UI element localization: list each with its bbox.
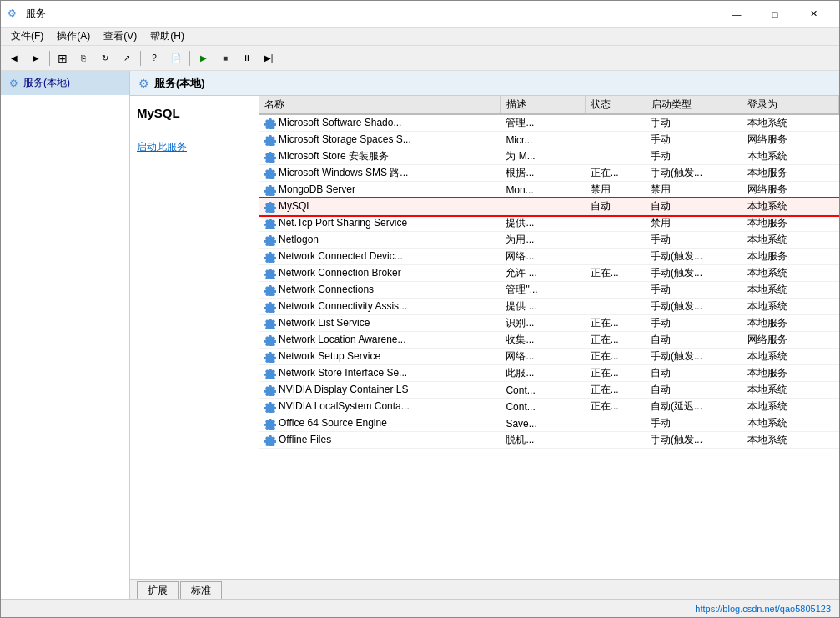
cell-service-name: Microsoft Storage Spaces S... — [259, 132, 500, 148]
gear-icon — [264, 268, 276, 279]
col-header-login[interactable]: 登录为 — [742, 96, 839, 114]
table-row[interactable]: Microsoft Software Shado...管理...手动本地系统 — [259, 114, 839, 132]
table-row[interactable]: MongoDB ServerMon...禁用禁用网络服务 — [259, 182, 839, 198]
cell-service-startup: 禁用 — [646, 182, 742, 198]
menu-action[interactable]: 操作(A) — [50, 28, 97, 45]
cell-service-startup: 手动 — [646, 132, 742, 148]
table-row[interactable]: Microsoft Store 安装服务为 M...手动本地系统 — [259, 148, 839, 165]
table-row[interactable]: Microsoft Windows SMS 路...根据...正在...手动(触… — [259, 165, 839, 182]
cell-service-status — [586, 232, 646, 249]
cell-service-desc: 网络... — [500, 349, 585, 365]
cell-service-name: Microsoft Windows SMS 路... — [259, 165, 500, 182]
main-window: ⚙ 服务 — □ ✕ 文件(F) 操作(A) 查看(V) 帮助(H) ◀ ▶ ⊞… — [0, 0, 840, 618]
cell-service-desc: Micr... — [500, 132, 585, 148]
gear-icon — [264, 435, 276, 446]
cell-service-status — [586, 299, 646, 315]
menu-view[interactable]: 查看(V) — [97, 28, 143, 45]
menu-bar: 文件(F) 操作(A) 查看(V) 帮助(H) — [1, 28, 839, 46]
cell-service-login: 本地系统 — [742, 382, 839, 399]
cell-service-status: 禁用 — [586, 182, 646, 198]
cell-service-name: Network Connectivity Assis... — [259, 299, 500, 315]
table-row[interactable]: Microsoft Storage Spaces S...Micr...手动网络… — [259, 132, 839, 148]
table-row[interactable]: Netlogon为用...手动本地系统 — [259, 232, 839, 249]
gear-icon — [264, 284, 276, 296]
table-row[interactable]: Network List Service识别...正在...手动本地服务 — [259, 315, 839, 332]
cell-service-login: 网络服务 — [742, 182, 839, 198]
cell-service-name: Network Connections — [259, 282, 500, 299]
cell-service-status: 正在... — [586, 349, 646, 365]
cell-service-name: Office 64 Source Engine — [259, 415, 500, 432]
help-button[interactable]: ? — [144, 49, 164, 68]
table-row[interactable]: MySQL自动自动本地系统 — [259, 198, 839, 215]
cell-service-startup: 自动 — [646, 365, 742, 382]
menu-file[interactable]: 文件(F) — [4, 28, 50, 45]
sidebar-gear-icon: ⚙ — [9, 78, 18, 89]
table-row[interactable]: Net.Tcp Port Sharing Service提供...禁用本地服务 — [259, 215, 839, 232]
table-row[interactable]: Network Connectivity Assis...提供 ...手动(触发… — [259, 299, 839, 315]
forward-button[interactable]: ▶ — [26, 49, 46, 68]
cell-service-startup: 手动(触发... — [646, 249, 742, 265]
table-row[interactable]: NVIDIA LocalSystem Conta...Cont...正在...自… — [259, 399, 839, 415]
restart-service-button[interactable]: ▶| — [259, 49, 279, 68]
cell-service-desc: 根据... — [500, 165, 585, 182]
cell-service-status: 正在... — [586, 265, 646, 282]
cell-service-name: Network Connected Devic... — [259, 249, 500, 265]
cell-service-login: 网络服务 — [742, 132, 839, 148]
table-row[interactable]: Network Setup Service网络...正在...手动(触发...本… — [259, 349, 839, 365]
gear-icon — [264, 351, 276, 363]
cell-service-startup: 手动 — [646, 415, 742, 432]
pause-service-button[interactable]: ⏸ — [237, 49, 257, 68]
col-header-startup[interactable]: 启动类型 — [646, 96, 742, 114]
content-area: ⚙ 服务(本地) MySQL 启动此服务 名称 — [130, 71, 839, 599]
refresh-button[interactable]: ↻ — [95, 49, 115, 68]
col-header-desc[interactable]: 描述 — [500, 96, 585, 114]
copy-button[interactable]: ⎘ — [73, 49, 93, 68]
table-row[interactable]: NVIDIA Display Container LSCont...正在...自… — [259, 382, 839, 399]
stop-service-button[interactable]: ■ — [215, 49, 235, 68]
maximize-button[interactable]: □ — [756, 1, 794, 28]
properties-button[interactable]: 📄 — [166, 49, 186, 68]
table-row[interactable]: Network Connected Devic...网络...手动(触发...本… — [259, 249, 839, 265]
table-row[interactable]: Network Store Interface Se...此服...正在...自… — [259, 365, 839, 382]
table-row[interactable]: Network Location Awarene...收集...正在...自动网… — [259, 332, 839, 349]
cell-service-startup: 手动 — [646, 114, 742, 132]
close-button[interactable]: ✕ — [794, 1, 832, 28]
col-header-name[interactable]: 名称 — [259, 96, 500, 114]
content-header-title: 服务(本地) — [154, 76, 205, 91]
export-button[interactable]: ↗ — [117, 49, 137, 68]
sidebar-item-local[interactable]: ⚙ 服务(本地) — [1, 71, 129, 95]
tab-standard[interactable]: 标准 — [180, 581, 222, 599]
table-row[interactable]: Office 64 Source EngineSave...手动本地系统 — [259, 415, 839, 432]
cell-service-name: Offline Files — [259, 432, 500, 449]
gear-icon — [264, 168, 276, 179]
services-table: 名称 描述 状态 启动类型 登录为 Microsoft Software Sha… — [259, 96, 839, 449]
start-service-link[interactable]: 启动此服务 — [137, 141, 187, 153]
menu-help[interactable]: 帮助(H) — [143, 28, 191, 45]
minimize-button[interactable]: — — [717, 1, 756, 28]
start-service-button[interactable]: ▶ — [194, 49, 214, 68]
table-row[interactable]: Offline Files脱机...手动(触发...本地系统 — [259, 432, 839, 449]
tab-expand[interactable]: 扩展 — [137, 581, 179, 599]
sidebar: ⚙ 服务(本地) — [1, 71, 130, 599]
table-header-row: 名称 描述 状态 启动类型 登录为 — [259, 96, 839, 114]
cell-service-desc — [500, 198, 585, 215]
cell-service-status — [586, 249, 646, 265]
col-header-status[interactable]: 状态 — [586, 96, 646, 114]
cell-service-desc: 提供... — [500, 215, 585, 232]
gear-icon — [264, 418, 276, 430]
cell-service-startup: 自动 — [646, 198, 742, 215]
gear-icon — [264, 318, 276, 329]
cell-service-desc: 识别... — [500, 315, 585, 332]
cell-service-startup: 自动 — [646, 382, 742, 399]
cell-service-login: 本地服务 — [742, 365, 839, 382]
cell-service-status: 自动 — [586, 198, 646, 215]
cell-service-desc: 允许 ... — [500, 265, 585, 282]
table-row[interactable]: Network Connection Broker允许 ...正在...手动(触… — [259, 265, 839, 282]
cell-service-login: 本地系统 — [742, 432, 839, 449]
status-bar: https://blog.csdn.net/qao5805123 — [1, 599, 839, 617]
services-table-container[interactable]: 名称 描述 状态 启动类型 登录为 Microsoft Software Sha… — [259, 96, 839, 579]
cell-service-name: Network List Service — [259, 315, 500, 332]
table-row[interactable]: Network Connections管理"...手动本地系统 — [259, 282, 839, 299]
back-button[interactable]: ◀ — [4, 49, 24, 68]
view-button[interactable]: ⊞ — [53, 49, 72, 68]
